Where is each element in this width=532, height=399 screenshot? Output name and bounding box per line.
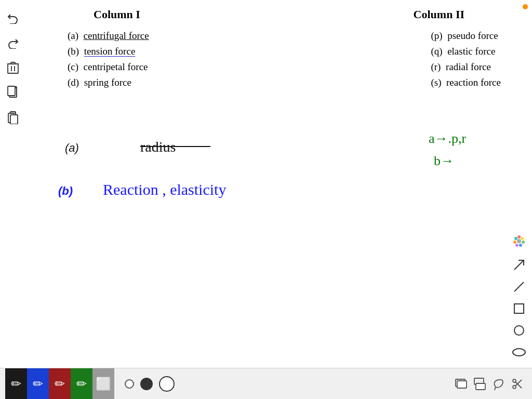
col2-item-s: (s) reaction force	[431, 77, 501, 88]
pen-red[interactable]: ✏	[49, 368, 71, 400]
col2-item-r: (r) radial force	[431, 61, 501, 73]
col2-items: (p) pseudo force (q) elastic force (r) r…	[431, 30, 501, 92]
col1-text-a: centrifugal force	[84, 30, 149, 41]
col2-text-q: elastic force	[447, 46, 495, 57]
svg-line-26	[495, 387, 496, 390]
svg-point-20	[514, 326, 524, 335]
pen-green[interactable]: ✏	[71, 368, 92, 400]
eraser-icon: ⬜	[96, 377, 111, 391]
col1-label-c: (c)	[68, 61, 84, 72]
circle-tool-icon[interactable]	[509, 320, 529, 341]
line-tool-icon[interactable]	[509, 276, 529, 297]
svg-point-15	[513, 241, 516, 244]
col1-label-b: (b)	[68, 46, 84, 57]
copy-button[interactable]	[6, 85, 20, 100]
svg-rect-5	[8, 86, 15, 96]
arrow-icon[interactable]	[509, 255, 529, 275]
bottom-toolbar: ✏ ✏ ✏ ✏ ⬜	[0, 368, 532, 399]
svg-point-16	[514, 237, 517, 240]
svg-point-10	[517, 235, 521, 238]
col1-text-d: spring force	[84, 77, 131, 88]
size-small[interactable]	[125, 379, 134, 389]
col2-text-s: reaction force	[446, 77, 501, 88]
oval-tool-icon[interactable]	[509, 342, 529, 363]
svg-rect-19	[514, 304, 524, 313]
main-content: Column I Column II (a) centrifugal force…	[26, 0, 532, 368]
status-dot	[523, 4, 528, 9]
svg-rect-25	[476, 383, 485, 390]
pen-blue[interactable]: ✏	[27, 368, 49, 400]
lasso-icon[interactable]	[489, 375, 508, 393]
col1-text-b: tension force	[84, 46, 136, 57]
svg-point-11	[521, 237, 524, 240]
col1-label-a: (a)	[68, 30, 84, 41]
column1-header: Column I	[94, 8, 140, 21]
paste-button[interactable]	[6, 110, 20, 125]
col2-label-p: (p)	[431, 30, 447, 41]
col2-item-q: (q) elastic force	[431, 46, 501, 57]
left-toolbar	[0, 0, 26, 399]
col2-label-r: (r)	[431, 61, 445, 72]
size-large[interactable]	[159, 376, 175, 392]
palette-icon[interactable]	[509, 231, 529, 251]
scissors-icon[interactable]	[508, 375, 527, 393]
svg-point-13	[519, 244, 522, 247]
svg-point-14	[515, 244, 518, 247]
col1-item-c: (c) centripetal force	[68, 61, 149, 73]
svg-rect-7	[10, 115, 18, 124]
col1-item-a: (a) centrifugal force	[68, 30, 149, 42]
col2-label-q: (q)	[431, 46, 447, 57]
svg-point-12	[522, 241, 525, 244]
pen-red-icon: ✏	[55, 377, 65, 391]
layers-icon[interactable]	[452, 375, 471, 393]
col1-item-d: (d) spring force	[68, 77, 149, 88]
size-options	[125, 376, 175, 392]
col1-items: (a) centrifugal force (b) tension force …	[68, 30, 149, 92]
size-medium[interactable]	[140, 378, 153, 390]
svg-line-18	[514, 282, 524, 291]
svg-rect-23	[457, 381, 467, 388]
col1-item-b: (b) tension force	[68, 46, 149, 57]
column2-header: Column II	[414, 8, 464, 21]
pen-green-icon: ✏	[76, 377, 87, 391]
svg-point-21	[513, 349, 525, 356]
undo-button[interactable]	[6, 10, 20, 25]
col2-item-p: (p) pseudo force	[431, 30, 501, 42]
col1-label-d: (d)	[68, 77, 84, 88]
col1-text-c: centripetal force	[84, 61, 148, 72]
right-toolbar	[506, 228, 532, 365]
pen-eraser[interactable]: ⬜	[92, 368, 114, 400]
svg-point-9	[517, 239, 521, 243]
stack-icon[interactable]	[471, 375, 489, 393]
col2-label-s: (s)	[431, 77, 446, 88]
col2-text-r: radial force	[446, 61, 491, 72]
rect-tool-icon[interactable]	[509, 298, 529, 319]
pen-blue-icon: ✏	[33, 377, 43, 391]
redo-button[interactable]	[6, 35, 20, 50]
svg-line-17	[514, 260, 524, 270]
svg-rect-0	[8, 64, 18, 73]
col2-text-p: pseudo force	[447, 30, 498, 41]
delete-button[interactable]	[6, 60, 20, 75]
